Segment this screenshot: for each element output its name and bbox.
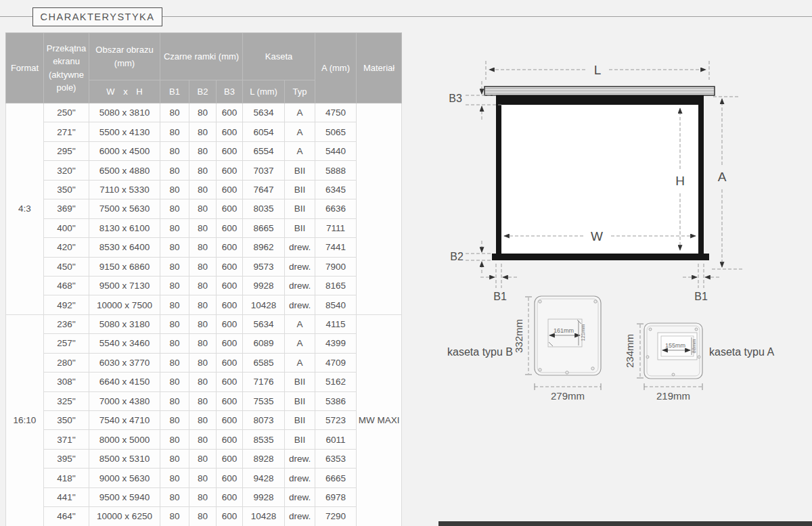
spec-cell: 8500 x 5310: [89, 449, 160, 468]
dim-label-b1-left: B1: [493, 291, 507, 302]
screen-front-view: L H A W B3: [449, 61, 744, 302]
table-row: 280''6030 x 377080806006585A4709: [6, 353, 402, 372]
kaseta-a-inner-width: 155mm: [665, 342, 685, 349]
spec-cell: 5723: [315, 411, 357, 430]
spec-cell: A: [285, 314, 315, 333]
spec-cell: 600: [217, 314, 243, 333]
spec-cell: 80: [189, 199, 217, 218]
dim-label-h: H: [675, 174, 685, 188]
material-cell: MW MAXI: [357, 314, 402, 526]
col-material: Materiał: [357, 33, 402, 103]
col-diagonal: Przekątna ekranu (aktywne pole): [44, 33, 89, 103]
table-row: 420''8530 x 640080806008962drew.7441: [6, 238, 402, 257]
dim-label-b3: B3: [449, 93, 462, 104]
spec-cell: 9000 x 5630: [89, 469, 160, 487]
spec-cell: 80: [189, 391, 217, 410]
spec-cell: 6554: [243, 141, 285, 160]
spec-cell: 80: [160, 122, 189, 141]
spec-cell: 6585: [243, 353, 285, 372]
spec-cell: 80: [160, 161, 189, 180]
spec-cell: 5634: [243, 314, 285, 333]
spec-cell: 80: [160, 238, 189, 257]
spec-cell: BII: [285, 161, 315, 180]
spec-cell: 7176: [243, 373, 285, 391]
material-cell: [357, 103, 402, 315]
col-typ: Typ: [285, 80, 315, 103]
kaseta-a-view: kaseta typu A 234mm 155mm 88mm 219mm: [624, 323, 774, 402]
kaseta-a-label: kaseta typu A: [709, 346, 774, 358]
spec-cell: 250'': [44, 103, 89, 122]
spec-cell: 80: [189, 507, 217, 526]
table-row: 400''8130 x 610080806008665BII7111: [6, 218, 402, 237]
kaseta-a-height: 234mm: [624, 334, 635, 368]
spec-cell: 80: [160, 430, 189, 449]
spec-cell: 320'': [44, 161, 89, 180]
col-l: L (mm): [243, 80, 285, 103]
spec-cell: 6640 x 4150: [89, 373, 160, 391]
format-cell: 4:3: [6, 103, 44, 315]
spec-cell: 8000 x 5000: [89, 430, 160, 449]
spec-cell: 80: [189, 469, 217, 487]
table-row: 468''9500 x 713080806009928drew.8165: [6, 276, 402, 295]
kaseta-b-inner-width: 161mm: [554, 327, 574, 334]
spec-cell: 7647: [243, 180, 285, 199]
spec-cell: drew.: [285, 238, 315, 257]
spec-cell: 7110 x 5330: [89, 180, 160, 199]
spec-cell: 5080 x 3180: [89, 314, 160, 333]
spec-cell: 7037: [243, 161, 285, 180]
spec-cell: 80: [189, 141, 217, 160]
spec-cell: 8928: [243, 449, 285, 468]
spec-cell: 7000 x 4380: [89, 391, 160, 410]
kaseta-b-view: kaseta typu B 332mm 161mm 121mm 279mm: [447, 296, 601, 402]
spec-cell: 6054: [243, 122, 285, 141]
spec-cell: 295'': [44, 141, 89, 160]
spec-cell: drew.: [285, 449, 315, 468]
dim-label-a: A: [718, 170, 727, 184]
spec-cell: 600: [217, 334, 243, 353]
spec-cell: 10428: [243, 295, 285, 314]
spec-cell: 80: [189, 449, 217, 468]
spec-cell: 80: [189, 257, 217, 276]
spec-cell: 80: [160, 141, 189, 160]
spec-cell: 257'': [44, 334, 89, 353]
spec-cell: 80: [189, 238, 217, 257]
dim-label-l: L: [594, 63, 602, 77]
spec-table: Format Przekątna ekranu (aktywne pole) O…: [5, 32, 402, 526]
dim-label-b1-right: B1: [694, 291, 708, 302]
table-row: 371''8000 x 500080806008535BII6011: [6, 430, 402, 449]
format-cell: 16:10: [6, 314, 44, 526]
spec-cell: 80: [160, 295, 189, 314]
col-w-x-h: W x H: [89, 80, 160, 103]
col-b1: B1: [160, 80, 189, 103]
spec-cell: 80: [189, 430, 217, 449]
kaseta-b-width: 279mm: [551, 390, 585, 402]
spec-cell: 80: [189, 334, 217, 353]
spec-cell: A: [285, 353, 315, 372]
spec-cell: 80: [160, 507, 189, 526]
spec-cell: 236'': [44, 314, 89, 333]
spec-cell: drew.: [285, 487, 315, 506]
spec-cell: 420'': [44, 238, 89, 257]
spec-cell: 600: [217, 373, 243, 391]
spec-cell: BII: [285, 430, 315, 449]
spec-cell: 80: [189, 161, 217, 180]
section-title-label: CHARAKTERYSTYKA: [41, 11, 155, 22]
spec-cell: 5386: [315, 391, 357, 410]
spec-cell: 7500 x 5630: [89, 199, 160, 218]
table-row: 450''9150 x 686080806009573drew.7900: [6, 257, 402, 276]
spec-cell: 600: [217, 238, 243, 257]
spec-cell: 468'': [44, 276, 89, 295]
spec-cell: 450'': [44, 257, 89, 276]
spec-cell: 80: [189, 411, 217, 430]
spec-cell: 600: [217, 199, 243, 218]
spec-cell: 9500 x 5940: [89, 487, 160, 506]
spec-cell: 7290: [315, 507, 357, 526]
spec-cell: 600: [217, 507, 243, 526]
spec-cell: 10000 x 7500: [89, 295, 160, 314]
spec-cell: 80: [160, 449, 189, 468]
spec-cell: 10428: [243, 507, 285, 526]
spec-cell: 80: [189, 487, 217, 506]
spec-cell: 600: [217, 218, 243, 237]
spec-cell: 371'': [44, 430, 89, 449]
spec-cell: 80: [160, 199, 189, 218]
